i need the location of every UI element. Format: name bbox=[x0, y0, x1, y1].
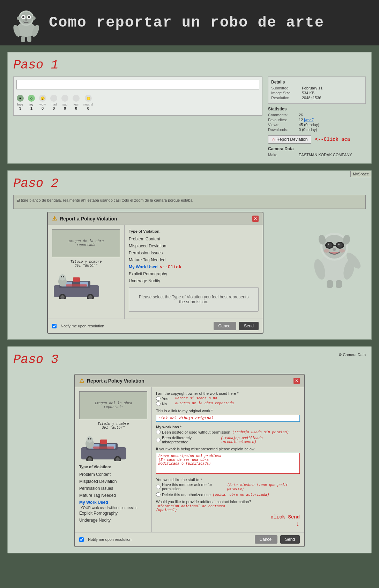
step3-send-button[interactable]: Send bbox=[280, 535, 300, 544]
svg-point-53 bbox=[339, 249, 345, 253]
step3-left-panel: Imagen del la obra reportada Titulo y no… bbox=[75, 387, 152, 532]
report-btn-row: ◇ Report Deviation <--Click aca bbox=[268, 135, 366, 144]
emotion-fear: fear 0 bbox=[72, 94, 80, 110]
svg-text:😮: 😮 bbox=[40, 96, 45, 101]
favourites-label: Favourites: bbox=[268, 118, 296, 122]
violation-underage[interactable]: Underage Nudity bbox=[129, 277, 259, 284]
notify-checkbox[interactable] bbox=[52, 324, 57, 328]
violation-mature-tag[interactable]: Mature Tag Needed bbox=[129, 256, 259, 263]
svg-text:☺: ☺ bbox=[30, 96, 33, 100]
step3-close-button[interactable]: ✕ bbox=[293, 378, 300, 384]
svg-rect-58 bbox=[336, 280, 342, 288]
misrep-radio[interactable] bbox=[156, 438, 161, 442]
delete-radio[interactable] bbox=[156, 492, 161, 497]
step3-image-label: Imagen del la obra reportada bbox=[94, 401, 132, 409]
police-car-illustration bbox=[52, 271, 120, 300]
dialog-artwork-preview: Imagen de la obra reportada bbox=[52, 229, 120, 257]
emotion-neutral-label: neutral bbox=[83, 103, 93, 106]
emotion-sad: sad 0 bbox=[61, 94, 69, 110]
explain-textarea[interactable]: Breve descripcion del problema (En caso … bbox=[156, 453, 300, 474]
step3-cancel-button[interactable]: Cancel bbox=[255, 535, 277, 544]
explain-row: If your work is being misrepresented ple… bbox=[156, 447, 300, 476]
camera-heading: Camera Data bbox=[268, 146, 366, 151]
step3-misplaced[interactable]: Misplaced Deviation bbox=[79, 478, 147, 485]
step3-notify-label: Notify me upon resolution bbox=[88, 537, 252, 542]
views-value: 45 (0 today) bbox=[299, 123, 319, 127]
resolution-label: Resolution: bbox=[271, 96, 299, 100]
svg-point-70 bbox=[87, 436, 93, 443]
step3-artwork-preview: Imagen del la obra reportada bbox=[79, 391, 147, 419]
posted-label: Been posted or used without permission bbox=[162, 430, 230, 434]
dialog-title: Report a Policy Violation bbox=[60, 216, 117, 222]
emotion-joy-label: joy bbox=[28, 103, 35, 106]
copyright-label: I am the copyright owner of the work use… bbox=[156, 391, 300, 395]
step1-section: Paso 1 ♥ love 3 bbox=[7, 52, 372, 164]
mywork-label: My work has * bbox=[156, 425, 300, 429]
who-link[interactable]: [who?] bbox=[304, 118, 314, 122]
step3-work-used-sub: YOUR work used without permission bbox=[79, 506, 147, 510]
contact-annotation: Informacion adicional de contacto(opcion… bbox=[156, 504, 300, 512]
click-arrow-label: <--Click aca bbox=[315, 137, 350, 142]
contact-row: Would you like to provide additonal cont… bbox=[156, 500, 300, 512]
step1-left: ♥ love 3 ☺ joy 1 bbox=[13, 77, 262, 158]
click-my-work-label: <--Click bbox=[159, 264, 181, 270]
mascot-robot bbox=[7, 3, 45, 42]
step3-my-work-used[interactable]: My Work Used bbox=[79, 499, 147, 506]
svg-rect-34 bbox=[73, 277, 80, 282]
svg-rect-67 bbox=[93, 447, 114, 449]
violation-permission[interactable]: Permission Issues bbox=[129, 249, 259, 256]
violation-misplaced[interactable]: Misplaced Deviation bbox=[129, 242, 259, 249]
dialog-close-button[interactable]: ✕ bbox=[252, 216, 259, 222]
posted-annotation: (trabajo usado sin permiso) bbox=[232, 430, 289, 434]
step3-explicit[interactable]: Explicit Pornography bbox=[79, 510, 147, 517]
svg-rect-13 bbox=[27, 36, 31, 42]
violation-problem-content[interactable]: Problem Content bbox=[129, 235, 259, 242]
step3-permission[interactable]: Permission Issues bbox=[79, 485, 147, 492]
svg-point-48 bbox=[328, 244, 329, 245]
step3-underage[interactable]: Underage Nudity bbox=[79, 517, 147, 524]
yes-radio[interactable] bbox=[156, 396, 161, 401]
emotion-neutral: 😐 neutral 0 bbox=[83, 94, 93, 110]
violation-my-work-used[interactable]: My Work Used bbox=[129, 263, 157, 270]
misrep-annotation: (Trabajop modificado intencionalmente) bbox=[221, 436, 300, 444]
cancel-button[interactable]: Cancel bbox=[214, 322, 236, 330]
step3-title: Paso 3 bbox=[13, 353, 59, 367]
posted-radio[interactable] bbox=[156, 430, 161, 434]
step3-mature[interactable]: Mature Tag Needed bbox=[79, 492, 147, 499]
emotion-love-count: 3 bbox=[16, 106, 24, 110]
favourites-value: 12 [who?] bbox=[299, 118, 314, 122]
details-box: Details Submitted: February 11 Image Siz… bbox=[268, 77, 366, 104]
link-input[interactable] bbox=[156, 415, 300, 422]
report-deviation-button[interactable]: ◇ Report Deviation bbox=[268, 135, 311, 144]
step3-warning-icon: ⚠ bbox=[79, 377, 84, 384]
violation-explicit[interactable]: Explicit Pornography bbox=[129, 270, 259, 277]
emotion-mad-count: 0 bbox=[50, 106, 58, 110]
svg-text:😐: 😐 bbox=[86, 96, 90, 101]
send-arrow-down: ↓ bbox=[296, 520, 300, 528]
submitted-label: Submitted: bbox=[271, 86, 299, 90]
svg-rect-68 bbox=[100, 440, 107, 444]
emotion-love-label: love bbox=[16, 103, 24, 106]
step3-notify-checkbox[interactable] bbox=[79, 537, 84, 542]
emotion-love: ♥ love 3 bbox=[16, 94, 24, 110]
deviation-input-field[interactable] bbox=[16, 80, 259, 89]
no-label: No bbox=[162, 402, 167, 406]
svg-point-47 bbox=[337, 243, 343, 248]
copyright-annotation: Marcar si somos o no autores de la obra … bbox=[175, 396, 234, 406]
emotion-mad-label: mad bbox=[50, 103, 58, 106]
step3-problem-content[interactable]: Problem Content bbox=[79, 471, 147, 478]
svg-point-52 bbox=[324, 249, 329, 253]
step2-title: Paso 2 bbox=[13, 176, 366, 191]
downloads-label: Downloads: bbox=[268, 128, 296, 132]
step3-section: Paso 3 ⚙ Camera Data ⚠ Report a Policy V… bbox=[7, 346, 372, 553]
permission-radio[interactable] bbox=[156, 485, 161, 489]
details-heading: Details bbox=[271, 80, 363, 85]
step3-police-car bbox=[79, 433, 147, 462]
emotion-fear-count: 0 bbox=[72, 106, 80, 110]
step3-camera-label: ⚙ Camera Data bbox=[339, 353, 366, 357]
svg-point-5 bbox=[22, 16, 24, 18]
send-button[interactable]: Send bbox=[239, 322, 259, 330]
send-annotation-row: click Send ↓ bbox=[156, 514, 300, 528]
no-radio[interactable] bbox=[156, 401, 161, 406]
step3-violation-label: Type of Violation: bbox=[79, 465, 147, 469]
